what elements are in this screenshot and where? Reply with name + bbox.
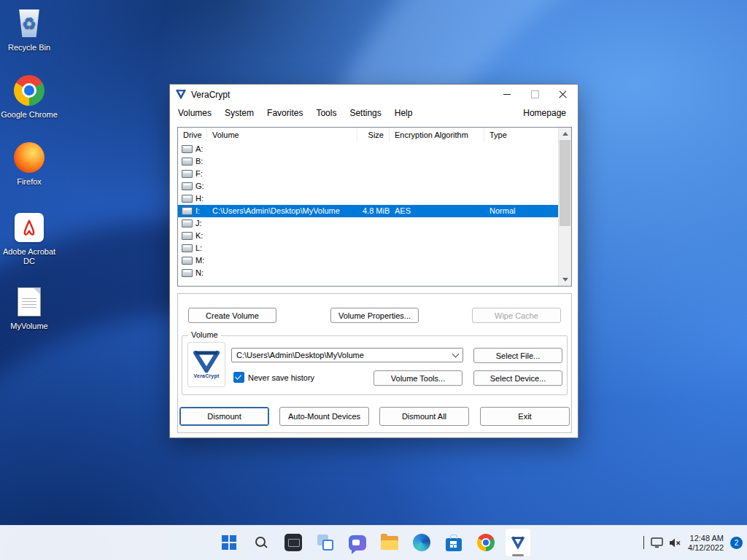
search-icon xyxy=(254,535,268,550)
chevron-up-icon xyxy=(643,536,644,549)
drive-icon xyxy=(182,145,193,153)
table-row[interactable]: M: xyxy=(178,254,559,267)
dismount-all-button[interactable]: Dismount All xyxy=(379,407,469,426)
veracrypt-taskbar-button[interactable] xyxy=(505,528,531,557)
drive-list: Drive Volume Size Encryption Algorithm T… xyxy=(177,127,572,287)
close-button[interactable] xyxy=(549,85,576,104)
cell-size: 4.8 MiB xyxy=(357,205,390,217)
table-row[interactable]: N: xyxy=(178,267,559,279)
create-volume-button[interactable]: Create Volume xyxy=(188,308,276,323)
scroll-up-button[interactable] xyxy=(559,128,571,140)
menu-system[interactable]: System xyxy=(218,106,260,120)
tray-time: 12:48 AM xyxy=(690,534,724,542)
column-header-size[interactable]: Size xyxy=(357,128,390,142)
select-device-button[interactable]: Select Device... xyxy=(473,370,562,386)
desktop-icon-myvolume[interactable]: MyVolume xyxy=(1,284,58,331)
drive-letter: N: xyxy=(196,267,204,279)
volume-properties-button[interactable]: Volume Properties... xyxy=(330,308,419,323)
edge-icon xyxy=(413,534,430,551)
maximize-button[interactable] xyxy=(521,85,549,104)
desktop-icon-label: Adobe Acrobat DC xyxy=(1,247,58,266)
table-row[interactable]: H: xyxy=(178,192,559,205)
show-hidden-icons-button[interactable] xyxy=(643,537,644,550)
menu-bar: VolumesSystemFavoritesToolsSettingsHelp … xyxy=(170,104,578,121)
cell-size xyxy=(357,242,390,254)
table-row[interactable]: A: xyxy=(178,143,559,155)
table-row[interactable]: I: C:\Users\Admin\Desktop\MyVolume 4.8 M… xyxy=(178,205,559,217)
menu-help[interactable]: Help xyxy=(388,106,419,120)
auto-mount-devices-button[interactable]: Auto-Mount Devices xyxy=(279,407,369,426)
exit-button[interactable]: Exit xyxy=(480,407,570,426)
chrome-button[interactable] xyxy=(473,528,499,557)
clock[interactable]: 12:48 AM 4/12/2022 xyxy=(688,534,724,553)
cell-type xyxy=(484,217,559,230)
menu-favorites[interactable]: Favorites xyxy=(260,106,309,120)
drive-icon xyxy=(182,244,193,252)
table-row[interactable]: J: xyxy=(178,217,559,230)
document-icon xyxy=(1,284,58,319)
cell-type xyxy=(484,267,559,279)
cell-encryption-algorithm xyxy=(390,192,484,205)
never-save-history-checkbox[interactable] xyxy=(233,372,244,383)
menu-homepage[interactable]: Homepage xyxy=(519,106,570,120)
volume-path-combobox[interactable]: C:\Users\Admin\Desktop\MyVolume xyxy=(231,348,463,362)
display-tray-icon[interactable] xyxy=(651,537,663,548)
store-icon xyxy=(446,538,462,551)
table-row[interactable]: L: xyxy=(178,242,559,254)
store-button[interactable] xyxy=(441,528,467,557)
desktop-icon-adobe-acrobat[interactable]: Adobe Acrobat DC xyxy=(1,210,58,266)
desktop-icon-google-chrome[interactable]: Google Chrome xyxy=(1,73,58,120)
drive-letter: B: xyxy=(196,155,203,168)
cell-size xyxy=(357,230,390,242)
cell-type xyxy=(484,242,559,254)
dark-app-button[interactable] xyxy=(280,528,306,557)
recycle-bin-icon: ♻ xyxy=(1,6,58,41)
never-save-history-row[interactable]: Never save history xyxy=(233,372,314,383)
drive-icon xyxy=(182,158,193,166)
chat-button[interactable] xyxy=(344,528,371,557)
window-title: VeraCrypt xyxy=(191,90,230,100)
volume-tools-button[interactable]: Volume Tools... xyxy=(374,370,462,386)
cell-size xyxy=(357,155,390,168)
column-header-volume[interactable]: Volume xyxy=(207,128,357,142)
cell-size xyxy=(357,217,390,230)
menu-tools[interactable]: Tools xyxy=(309,106,343,120)
column-header-encryption-algorithm[interactable]: Encryption Algorithm xyxy=(390,128,484,142)
table-row[interactable]: F: xyxy=(178,168,559,180)
file-explorer-button[interactable] xyxy=(376,528,403,557)
chevron-down-icon[interactable] xyxy=(449,354,461,357)
notification-badge[interactable]: 2 xyxy=(730,537,743,549)
column-header-type[interactable]: Type xyxy=(484,128,559,142)
table-row[interactable]: B: xyxy=(178,155,559,168)
table-row[interactable]: G: xyxy=(178,180,559,192)
menu-settings[interactable]: Settings xyxy=(343,106,387,120)
scroll-down-button[interactable] xyxy=(559,273,571,286)
veracrypt-logo: VeraCrypt xyxy=(187,342,225,387)
table-row[interactable]: K: xyxy=(178,230,559,242)
scrollbar-thumb[interactable] xyxy=(560,140,570,226)
cell-size xyxy=(357,192,390,205)
title-bar[interactable]: VeraCrypt xyxy=(170,85,578,104)
search-button[interactable] xyxy=(248,528,274,557)
desktop-icon-recycle-bin[interactable]: ♻ Recycle Bin xyxy=(1,6,58,52)
volume-muted-icon[interactable] xyxy=(668,537,681,548)
column-header-drive[interactable]: Drive xyxy=(178,128,207,142)
desktop-icon-firefox[interactable]: Firefox xyxy=(1,140,58,187)
select-file-button[interactable]: Select File... xyxy=(473,348,562,363)
drive-letter: I: xyxy=(196,205,200,217)
cell-volume xyxy=(207,254,357,267)
cell-volume xyxy=(207,192,357,205)
vertical-scrollbar[interactable] xyxy=(558,128,571,286)
minimize-button[interactable] xyxy=(493,85,521,104)
menu-volumes[interactable]: Volumes xyxy=(171,106,218,120)
chrome-icon xyxy=(477,534,495,551)
task-view-button[interactable] xyxy=(312,528,338,557)
cell-volume xyxy=(207,180,357,192)
start-button[interactable] xyxy=(216,528,242,557)
cell-volume: C:\Users\Admin\Desktop\MyVolume xyxy=(207,205,357,217)
dismount-button[interactable]: Dismount xyxy=(179,407,269,426)
tray-date: 4/12/2022 xyxy=(688,543,724,552)
cell-encryption-algorithm: AES xyxy=(390,205,484,217)
cell-size xyxy=(357,267,390,279)
edge-button[interactable] xyxy=(409,528,435,557)
